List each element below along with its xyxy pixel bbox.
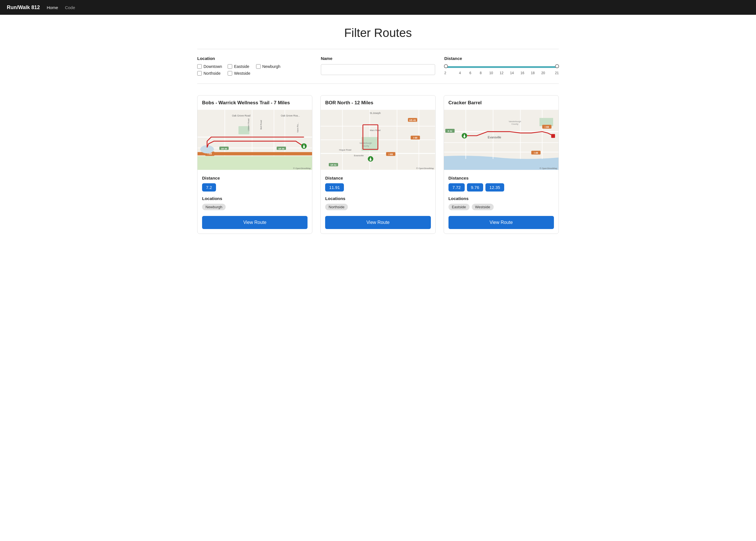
svg-rect-76	[551, 134, 555, 138]
location-badge-westside: Westside	[472, 204, 494, 210]
card-2-map: US 41 I 69 I 69 SR 62 St.Joseph Marx Roa…	[321, 109, 435, 171]
svg-text:Marx Road: Marx Road	[370, 129, 381, 132]
card-1-location-badges: Newburgh	[202, 204, 308, 210]
distance-badge-7.2: 7.2	[202, 183, 216, 192]
card-2-location-badges: Northside	[325, 204, 430, 210]
card-3-title: Cracker Barrel	[444, 96, 558, 109]
checkbox-eastside[interactable]: Eastside	[228, 64, 250, 69]
svg-text:SR 66: SR 66	[221, 148, 227, 150]
svg-text:US 41: US 41	[409, 119, 416, 122]
card-1-distances: 7.2	[202, 183, 308, 192]
card-3-distance-label: Distances	[448, 176, 554, 181]
filter-location: Location Downtown Eastside Newburgh Nort…	[197, 56, 312, 76]
svg-rect-53	[370, 159, 371, 161]
name-input[interactable]	[321, 64, 435, 75]
card-3-body: Distances 7.72 9.76 12.35 Locations East…	[444, 171, 558, 234]
card-1-title: Bobs - Warrick Wellness Trail - 7 Miles	[198, 96, 312, 109]
view-route-btn-2[interactable]: View Route	[325, 216, 430, 229]
filter-name: Name	[321, 56, 435, 75]
card-3-location-badges: Eastside Westside	[448, 204, 554, 210]
svg-text:Vanderburgh: Vanderburgh	[360, 142, 372, 144]
view-route-btn-1[interactable]: View Route	[202, 216, 308, 229]
svg-text:County: County	[511, 123, 518, 125]
page-content: Filter Routes Location Downtown Eastside…	[191, 15, 565, 251]
svg-rect-25	[304, 146, 305, 148]
svg-text:I 49: I 49	[534, 152, 538, 154]
app-brand: Run/Walk 812	[7, 5, 40, 11]
map-svg-1: I 69 SR 66 SR 66 Oak Grove Road Oak Grov…	[198, 109, 312, 171]
filter-section: Location Downtown Eastside Newburgh Nort…	[197, 49, 559, 84]
svg-text:SR 62: SR 62	[331, 164, 337, 166]
card-1-locations-label: Locations	[202, 196, 308, 201]
svg-text:Oak Grove Roa...: Oak Grove Roa...	[281, 114, 300, 117]
location-checkboxes: Downtown Eastside Newburgh Northside Wes…	[197, 64, 312, 76]
filter-name-label: Name	[321, 56, 435, 61]
svg-text:Libbert Road: Libbert Road	[247, 119, 250, 131]
checkbox-westside[interactable]: Westside	[228, 71, 250, 76]
svg-rect-10	[198, 152, 312, 156]
svg-text:R 62: R 62	[447, 130, 452, 132]
checkbox-downtown[interactable]: Downtown	[197, 64, 222, 69]
checkbox-northside[interactable]: Northside	[197, 71, 222, 76]
route-card-3: Cracker Barrel	[444, 95, 559, 234]
routes-grid: Bobs - Warrick Wellness Trail - 7 Miles	[197, 95, 559, 234]
card-2-body: Distance 11.91 Locations Northside View …	[321, 171, 435, 234]
card-3-map: I 69 R 62 I 49 Evansville Vanderburgh Co…	[444, 109, 558, 171]
svg-text:Vann Ro...: Vann Ro...	[297, 123, 299, 133]
card-3-distances: 7.72 9.76 12.35	[448, 183, 554, 192]
filter-distance-label: Distance	[444, 56, 559, 61]
svg-text:© OpenStreetMap: © OpenStreetMap	[416, 167, 434, 170]
map-svg-3: I 69 R 62 I 49 Evansville Vanderburgh Co…	[444, 109, 558, 171]
svg-text:I 69: I 69	[413, 136, 417, 139]
range-bar	[444, 66, 559, 68]
svg-text:© OpenStreetMap: © OpenStreetMap	[539, 167, 557, 170]
card-1-body: Distance 7.2 Locations Newburgh View Rou…	[198, 171, 312, 234]
map-svg-2: US 41 I 69 I 69 SR 62 St.Joseph Marx Roa…	[321, 109, 435, 171]
card-2-locations-label: Locations	[325, 196, 430, 201]
svg-text:Hogue Road: Hogue Road	[339, 149, 351, 151]
route-card-2: BOR North - 12 Miles US 41	[320, 95, 435, 234]
distance-badge-12.35: 12.35	[485, 183, 504, 192]
svg-text:I 69: I 69	[545, 126, 549, 129]
distance-range-container	[444, 64, 559, 70]
distance-badge-7.72: 7.72	[448, 183, 465, 192]
distance-badge-11.91: 11.91	[325, 183, 344, 192]
svg-text:St.Joseph: St.Joseph	[370, 112, 381, 115]
route-card-1: Bobs - Warrick Wellness Trail - 7 Miles	[197, 95, 312, 234]
card-2-distance-label: Distance	[325, 176, 430, 181]
view-route-btn-3[interactable]: View Route	[448, 216, 554, 229]
location-badge-northside: Northside	[325, 204, 348, 210]
card-1-map: I 69 SR 66 SR 66 Oak Grove Road Oak Grov…	[198, 109, 312, 171]
filter-distance: Distance 2 4 6 8 10 12 14 16 18 20 21	[444, 56, 559, 75]
card-1-distance-label: Distance	[202, 176, 308, 181]
svg-text:© OpenStreetMap: © OpenStreetMap	[293, 167, 311, 170]
card-3-locations-label: Locations	[448, 196, 554, 201]
range-labels: 2 4 6 8 10 12 14 16 18 20 21	[444, 71, 559, 75]
location-badge-newburgh: Newburgh	[202, 204, 226, 210]
svg-text:Oak Grove Road: Oak Grove Road	[232, 114, 250, 117]
svg-text:I 69: I 69	[389, 153, 393, 156]
svg-text:Evansville: Evansville	[354, 154, 364, 157]
range-handle-right[interactable]	[555, 64, 559, 68]
distance-badge-9.76: 9.76	[467, 183, 483, 192]
svg-text:Bell Road: Bell Road	[260, 120, 262, 130]
svg-text:Vanderburgh: Vanderburgh	[508, 120, 521, 123]
svg-rect-75	[464, 136, 465, 138]
checkbox-newburgh[interactable]: Newburgh	[256, 64, 281, 69]
navbar: Run/Walk 812 Home Code	[0, 0, 756, 15]
location-badge-eastside: Eastside	[448, 204, 469, 210]
nav-home[interactable]: Home	[47, 5, 58, 10]
card-2-distances: 11.91	[325, 183, 430, 192]
svg-text:SR 66: SR 66	[278, 148, 284, 150]
svg-text:Evansville: Evansville	[488, 136, 501, 139]
page-title: Filter Routes	[197, 26, 559, 40]
nav-code[interactable]: Code	[65, 5, 75, 10]
card-2-title: BOR North - 12 Miles	[321, 96, 435, 109]
filter-location-label: Location	[197, 56, 312, 61]
